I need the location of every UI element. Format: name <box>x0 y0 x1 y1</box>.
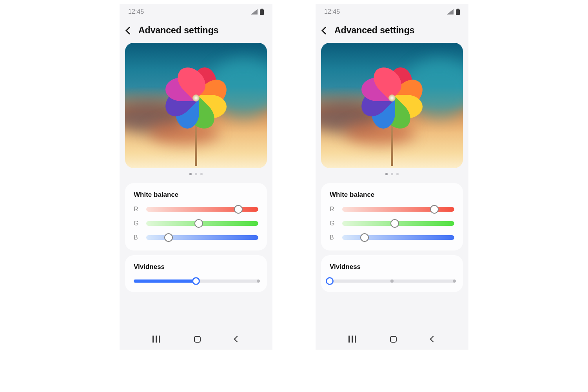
slider-b-thumb[interactable] <box>360 233 369 242</box>
white-balance-card: White balance R G B <box>125 183 267 250</box>
page-title: Advanced settings <box>334 25 415 36</box>
vividness-thumb[interactable] <box>326 277 334 285</box>
slider-r-row: R <box>330 206 454 213</box>
slider-b[interactable] <box>146 235 258 240</box>
nav-recents-icon[interactable] <box>152 336 160 343</box>
battery-icon <box>456 9 460 15</box>
slider-b-row: B <box>134 234 258 241</box>
nav-back-icon[interactable] <box>234 336 241 343</box>
slider-r-label: R <box>134 206 140 213</box>
nav-bar <box>316 328 468 350</box>
slider-b-row: B <box>330 234 454 241</box>
vividness-card: Vividness <box>125 255 267 292</box>
vividness-tick-end <box>257 279 260 283</box>
phone-right: 12:45 Advanced settings White balance R <box>316 4 468 350</box>
slider-g-row: G <box>330 220 454 227</box>
slider-g-label: G <box>330 220 336 227</box>
vividness-slider[interactable] <box>330 279 454 283</box>
slider-r-thumb[interactable] <box>430 205 439 214</box>
phone-left: 12:45 Advanced settings White balance R <box>120 4 272 350</box>
slider-r-thumb[interactable] <box>234 205 243 214</box>
vividness-slider[interactable] <box>134 279 258 283</box>
slider-g-thumb[interactable] <box>390 219 399 228</box>
dot-1[interactable] <box>189 173 192 175</box>
battery-icon <box>260 9 264 15</box>
vividness-thumb[interactable] <box>192 277 200 285</box>
dot-1[interactable] <box>385 173 388 175</box>
svg-rect-0 <box>261 9 263 9</box>
status-right <box>251 9 264 15</box>
nav-home-icon[interactable] <box>194 336 201 343</box>
white-balance-title: White balance <box>330 191 454 199</box>
nav-back-icon[interactable] <box>430 336 437 343</box>
vividness-card: Vividness <box>321 255 463 292</box>
slider-g-row: G <box>134 220 258 227</box>
slider-b-label: B <box>330 234 336 241</box>
nav-recents-icon[interactable] <box>348 336 356 343</box>
dot-2[interactable] <box>391 173 393 175</box>
status-right <box>447 9 460 15</box>
page-title: Advanced settings <box>138 25 219 36</box>
page-indicator[interactable] <box>316 173 468 175</box>
status-time: 12:45 <box>128 8 144 15</box>
nav-home-icon[interactable] <box>390 336 397 343</box>
slider-r-label: R <box>330 206 336 213</box>
white-balance-card: White balance R G B <box>321 183 463 250</box>
preview-image[interactable] <box>321 43 463 168</box>
preview-image[interactable] <box>125 43 267 168</box>
slider-r-row: R <box>134 206 258 213</box>
slider-r[interactable] <box>146 207 258 212</box>
slider-b-label: B <box>134 234 140 241</box>
slider-g[interactable] <box>342 221 454 226</box>
page-indicator[interactable] <box>120 173 272 175</box>
nav-bar <box>120 328 272 350</box>
svg-rect-2 <box>457 9 459 9</box>
svg-rect-1 <box>260 9 264 15</box>
back-icon[interactable] <box>321 27 329 34</box>
vividness-title: Vividness <box>330 263 454 271</box>
vividness-fill <box>134 279 196 283</box>
slider-g-thumb[interactable] <box>194 219 203 228</box>
slider-r[interactable] <box>342 207 454 212</box>
vividness-title: Vividness <box>134 263 258 271</box>
slider-g-label: G <box>134 220 140 227</box>
signal-icon <box>251 9 258 15</box>
vividness-tick-end <box>453 279 456 283</box>
header: Advanced settings <box>120 20 272 43</box>
svg-rect-3 <box>456 9 460 15</box>
back-icon[interactable] <box>125 27 133 34</box>
dot-3[interactable] <box>396 173 399 175</box>
signal-icon <box>447 9 454 15</box>
status-bar: 12:45 <box>316 4 468 20</box>
slider-b-thumb[interactable] <box>164 233 173 242</box>
dot-3[interactable] <box>200 173 203 175</box>
slider-b[interactable] <box>342 235 454 240</box>
vividness-tick-mid <box>390 279 394 283</box>
status-time: 12:45 <box>324 8 340 15</box>
header: Advanced settings <box>316 20 468 43</box>
white-balance-title: White balance <box>134 191 258 199</box>
slider-g[interactable] <box>146 221 258 226</box>
dot-2[interactable] <box>195 173 197 175</box>
status-bar: 12:45 <box>120 4 272 20</box>
